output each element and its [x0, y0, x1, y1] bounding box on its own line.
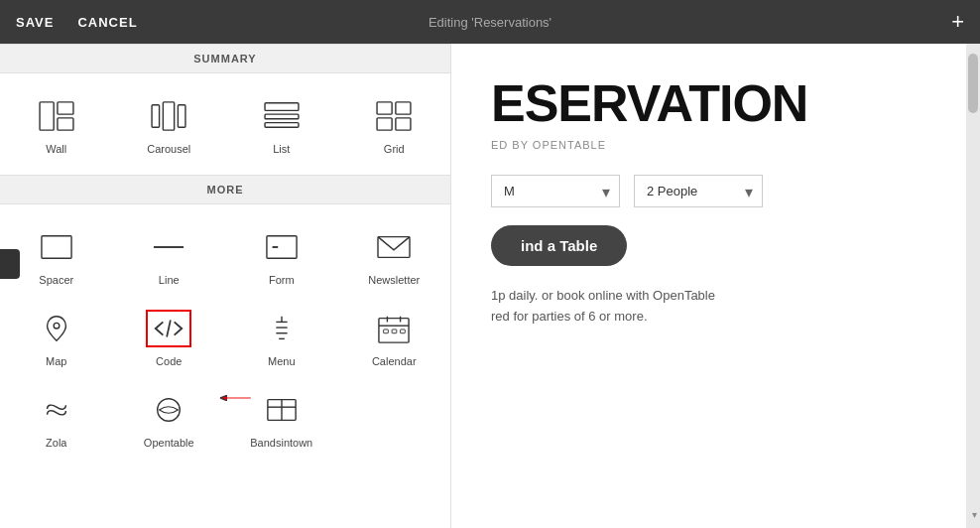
- component-panel: SUMMARY Wall: [0, 44, 451, 528]
- carousel-item[interactable]: Carousel: [113, 83, 226, 165]
- code-item[interactable]: Code: [113, 296, 226, 377]
- save-button[interactable]: SAVE: [16, 15, 54, 30]
- line-icon-wrap: [146, 228, 191, 266]
- info-line-1: 1p daily. or book online with OpenTable: [491, 286, 926, 307]
- carousel-icon: [150, 100, 187, 132]
- more-header: MORE: [0, 175, 450, 204]
- grid-label: Grid: [384, 143, 405, 155]
- newsletter-item[interactable]: Newsletter: [338, 214, 451, 296]
- form-icon: [263, 231, 301, 263]
- list-icon: [263, 100, 301, 132]
- list-item[interactable]: List: [225, 83, 338, 165]
- code-icon-wrap: [146, 310, 191, 347]
- summary-header: SUMMARY: [0, 44, 450, 73]
- zola-label: Zola: [46, 437, 66, 449]
- opentable-icon: [150, 394, 187, 426]
- svg-rect-31: [401, 330, 406, 333]
- menu-item[interactable]: Menu: [225, 296, 338, 377]
- opentable-icon-wrap: [146, 391, 191, 429]
- svg-line-19: [167, 321, 171, 337]
- line-label: Line: [159, 274, 180, 286]
- svg-rect-12: [396, 118, 411, 130]
- bandsintown-icon: [263, 394, 301, 426]
- svg-rect-8: [265, 123, 299, 128]
- content-area: ESERVATION ED BY OPENTABLE M 2 People in…: [451, 44, 966, 528]
- form-icon-wrap: [259, 228, 305, 266]
- spacer-icon: [38, 231, 75, 263]
- summary-grid: Wall Carousel: [0, 73, 450, 175]
- bandsintown-label: Bandsintown: [250, 437, 312, 449]
- svg-rect-2: [58, 118, 73, 130]
- bandsintown-item[interactable]: Bandsintown: [225, 377, 338, 459]
- find-table-button[interactable]: ind a Table: [491, 225, 627, 266]
- svg-rect-7: [265, 114, 299, 119]
- spacer-label: Spacer: [39, 274, 73, 286]
- selects-row: M 2 People: [491, 175, 926, 207]
- svg-rect-13: [42, 236, 71, 259]
- svg-rect-10: [396, 102, 411, 114]
- line-item[interactable]: Line: [113, 214, 226, 296]
- list-icon-wrap: [259, 97, 305, 135]
- time-select[interactable]: M: [491, 175, 620, 207]
- zola-icon-wrap: [34, 391, 79, 429]
- scrollbar-thumb[interactable]: [968, 54, 978, 113]
- menu-icon: [263, 313, 301, 344]
- more-grid: Spacer Line Form: [0, 204, 450, 468]
- calendar-item[interactable]: Calendar: [338, 296, 451, 377]
- svg-rect-6: [265, 103, 299, 111]
- calendar-icon-wrap: [371, 310, 417, 347]
- newsletter-icon-wrap: [371, 228, 417, 266]
- powered-by-text: ED BY OPENTABLE: [491, 139, 926, 151]
- calendar-icon: [375, 313, 413, 344]
- wall-label: Wall: [46, 143, 66, 155]
- calendar-label: Calendar: [372, 355, 417, 367]
- cancel-button[interactable]: CANCEL: [77, 15, 137, 30]
- spacer-icon-wrap: [34, 228, 79, 266]
- list-label: List: [273, 143, 290, 155]
- people-select-wrapper[interactable]: 2 People: [634, 175, 763, 207]
- toolbar-title: Editing 'Reservations': [429, 15, 551, 30]
- grid-icon-wrap: [371, 97, 417, 135]
- carousel-label: Carousel: [147, 143, 190, 155]
- wall-item[interactable]: Wall: [0, 83, 113, 165]
- svg-rect-9: [377, 102, 392, 114]
- people-select[interactable]: 2 People: [634, 175, 763, 207]
- left-edge-tab[interactable]: [0, 249, 20, 279]
- svg-point-18: [54, 323, 60, 329]
- newsletter-icon: [375, 231, 413, 263]
- bandsintown-icon-wrap: [259, 391, 305, 429]
- map-icon-wrap: [34, 310, 79, 347]
- scroll-down-arrow[interactable]: ▾: [972, 509, 977, 520]
- opentable-label: Opentable: [144, 437, 194, 449]
- opentable-item[interactable]: Opentable: [113, 377, 226, 459]
- form-item[interactable]: Form: [225, 214, 338, 296]
- menu-label: Menu: [268, 355, 296, 367]
- scrollbar[interactable]: ▾: [966, 44, 980, 528]
- wall-icon: [38, 100, 75, 132]
- zola-icon: [38, 394, 75, 426]
- svg-rect-0: [40, 102, 54, 130]
- info-line-2: red for parties of 6 or more.: [491, 307, 926, 328]
- wall-icon-wrap: [34, 97, 79, 135]
- line-icon: [150, 231, 187, 263]
- menu-icon-wrap: [259, 310, 305, 347]
- newsletter-label: Newsletter: [368, 274, 420, 286]
- code-icon: [150, 313, 187, 344]
- svg-rect-3: [152, 105, 160, 128]
- svg-rect-5: [179, 105, 186, 128]
- code-label: Code: [156, 355, 182, 367]
- reservation-title: ESERVATION: [491, 73, 926, 133]
- svg-rect-4: [164, 102, 175, 130]
- form-label: Form: [269, 274, 295, 286]
- svg-rect-15: [267, 236, 297, 259]
- svg-rect-1: [58, 102, 73, 114]
- zola-item[interactable]: Zola: [0, 377, 113, 459]
- add-button[interactable]: +: [951, 9, 964, 35]
- time-select-wrapper[interactable]: M: [491, 175, 620, 207]
- grid-item[interactable]: Grid: [338, 83, 451, 165]
- map-icon: [38, 313, 75, 344]
- svg-rect-30: [392, 330, 397, 333]
- svg-point-32: [158, 399, 181, 422]
- carousel-icon-wrap: [146, 97, 191, 135]
- map-item[interactable]: Map: [0, 296, 113, 377]
